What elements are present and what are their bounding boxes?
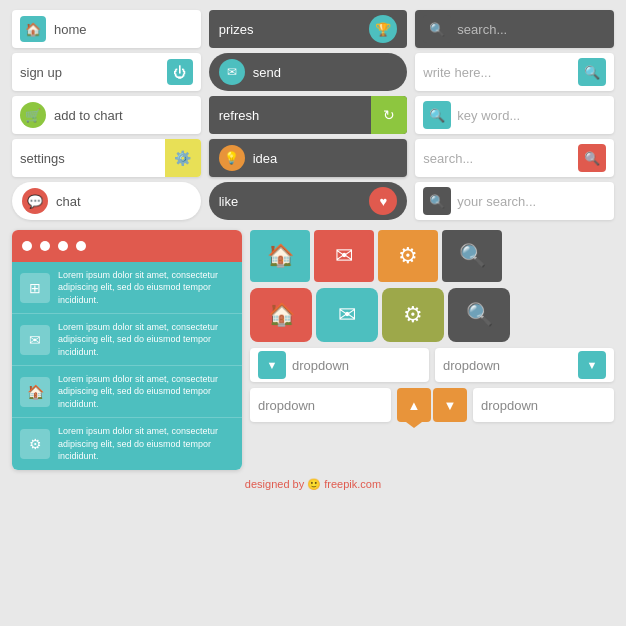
dropdown-arrow-left-1: ▼ (258, 351, 286, 379)
search-icon-2: 🔍 (578, 58, 606, 86)
send-button[interactable]: ✉ send (209, 53, 408, 91)
card-header (12, 230, 242, 262)
search-placeholder-1: search... (457, 22, 507, 37)
dropdown-label-1: dropdown (292, 358, 349, 373)
gear-tile-1[interactable]: ⚙ (378, 230, 438, 282)
home-tile-1[interactable]: 🏠 (250, 230, 310, 282)
refresh-icon: ↻ (371, 96, 407, 134)
dropdown-row-1: ▼ dropdown dropdown ▼ (250, 348, 614, 382)
dot-3 (58, 241, 68, 251)
card-row-2: ✉ Lorem ipsum dolor sit amet, consectetu… (12, 314, 242, 366)
dropdown-1[interactable]: ▼ dropdown (250, 348, 429, 382)
card-row-1: ⊞ Lorem ipsum dolor sit amet, consectetu… (12, 262, 242, 314)
home-label: home (54, 22, 87, 37)
footer: designed by 🙂 freepik.com (12, 478, 614, 491)
footer-text: designed by 🙂 (245, 478, 324, 490)
prizes-button[interactable]: prizes 🏆 (209, 10, 408, 48)
cart-icon: 🛒 (20, 102, 46, 128)
dot-2 (40, 241, 50, 251)
info-card: ⊞ Lorem ipsum dolor sit amet, consectetu… (12, 230, 242, 470)
dropdown-2[interactable]: dropdown ▼ (435, 348, 614, 382)
send-icon: ✉ (219, 59, 245, 85)
refresh-button[interactable]: refresh ↻ (209, 96, 408, 134)
card-body: ⊞ Lorem ipsum dolor sit amet, consectetu… (12, 262, 242, 470)
dropdown-4[interactable]: dropdown (473, 388, 614, 422)
dropdown-arrow-right-2: ▼ (578, 351, 606, 379)
icon-grid-row-2: 🏠 ✉ ⚙ 🔍 (250, 288, 614, 342)
column-2: prizes 🏆 ✉ send refresh ↻ 💡 idea like ♥ (209, 10, 408, 220)
search-icon-4: 🔍 (578, 144, 606, 172)
add-to-chart-button[interactable]: 🛒 add to chart (12, 96, 201, 134)
search-bar-5[interactable]: 🔍 your search... (415, 182, 614, 220)
column-3: 🔍 search... write here... 🔍 🔍 key word..… (415, 10, 614, 220)
grid-icon: ⊞ (20, 273, 50, 303)
home-tile-2[interactable]: 🏠 (250, 288, 312, 342)
house-icon: 🏠 (20, 377, 50, 407)
idea-button[interactable]: 💡 idea (209, 139, 408, 177)
send-label: send (253, 65, 281, 80)
lightbulb-icon: 💡 (219, 145, 245, 171)
add-to-chart-label: add to chart (54, 108, 123, 123)
card-row-3: 🏠 Lorem ipsum dolor sit amet, consectetu… (12, 366, 242, 418)
gear-icon-card: ⚙ (20, 429, 50, 459)
like-button[interactable]: like ♥ (209, 182, 408, 220)
dropdown-row-2: dropdown ▲ ▼ dropdown (250, 388, 614, 422)
home-button[interactable]: 🏠 home (12, 10, 201, 48)
search-placeholder-2: write here... (423, 65, 578, 80)
search-placeholder-3: key word... (457, 108, 520, 123)
card-text-4: Lorem ipsum dolor sit amet, consectetur … (58, 425, 234, 463)
right-bottom: 🏠 ✉ ⚙ 🔍 🏠 ✉ ⚙ 🔍 ▼ dropdown dropdown (250, 230, 614, 470)
settings-button[interactable]: settings ⚙️ (12, 139, 201, 177)
search-bar-1[interactable]: 🔍 search... (415, 10, 614, 48)
idea-label: idea (253, 151, 278, 166)
chat-button[interactable]: 💬 chat (12, 182, 201, 220)
search-icon-5: 🔍 (423, 187, 451, 215)
search-bar-2[interactable]: write here... 🔍 (415, 53, 614, 91)
icon-grid-row-1: 🏠 ✉ ⚙ 🔍 (250, 230, 614, 282)
signup-label: sign up (20, 65, 167, 80)
footer-brand: freepik.com (324, 478, 381, 490)
dropdown-label-4: dropdown (481, 398, 606, 413)
envelope-icon: ✉ (20, 325, 50, 355)
search-placeholder-4: search... (423, 151, 578, 166)
card-text-2: Lorem ipsum dolor sit amet, consectetur … (58, 321, 234, 359)
dropdown-arrow-orange-2[interactable]: ▼ (433, 388, 467, 422)
card-text-3: Lorem ipsum dolor sit amet, consectetur … (58, 373, 234, 411)
search-tile-1[interactable]: 🔍 (442, 230, 502, 282)
card-text-1: Lorem ipsum dolor sit amet, consectetur … (58, 269, 234, 307)
heart-icon: ♥ (369, 187, 397, 215)
search-placeholder-5: your search... (457, 194, 536, 209)
home-icon: 🏠 (20, 16, 46, 42)
gear-tile-2[interactable]: ⚙ (382, 288, 444, 342)
search-icon-1: 🔍 (423, 15, 451, 43)
column-1: 🏠 home sign up ⏻ 🛒 add to chart settings… (12, 10, 201, 220)
dropdown-arrow-orange-1[interactable]: ▲ (397, 388, 431, 422)
dot-1 (22, 241, 32, 251)
settings-icon: ⚙️ (165, 139, 201, 177)
signup-button[interactable]: sign up ⏻ (12, 53, 201, 91)
chat-label: chat (56, 194, 81, 209)
power-icon: ⏻ (167, 59, 193, 85)
card-row-4: ⚙ Lorem ipsum dolor sit amet, consectetu… (12, 418, 242, 470)
search-icon-3: 🔍 (423, 101, 451, 129)
dropdown-3[interactable]: dropdown (250, 388, 391, 422)
like-label: like (219, 194, 370, 209)
prizes-label: prizes (219, 22, 370, 37)
dropdown-label-2: dropdown (443, 358, 578, 373)
mail-tile-2[interactable]: ✉ (316, 288, 378, 342)
mail-tile-1[interactable]: ✉ (314, 230, 374, 282)
trophy-icon: 🏆 (369, 15, 397, 43)
dropdown-label-3: dropdown (258, 398, 383, 413)
refresh-label: refresh (219, 108, 259, 123)
search-tile-2[interactable]: 🔍 (448, 288, 510, 342)
search-bar-3[interactable]: 🔍 key word... (415, 96, 614, 134)
dot-4 (76, 241, 86, 251)
search-bar-4[interactable]: search... 🔍 (415, 139, 614, 177)
settings-label: settings (20, 151, 65, 166)
chat-icon: 💬 (22, 188, 48, 214)
